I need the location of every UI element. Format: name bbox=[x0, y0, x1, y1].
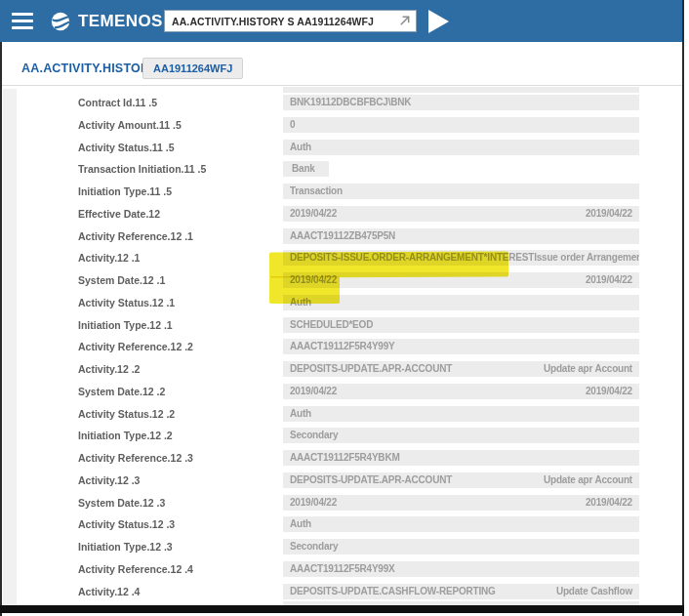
field-label: Activity.12 .4 bbox=[0, 584, 283, 599]
field-value-text: AAACT19112F5R4Y99X bbox=[290, 561, 395, 577]
temenos-logo: TEMENOS bbox=[50, 11, 163, 32]
field-label: Contract Id.11 .5 bbox=[0, 95, 283, 110]
field-row: Initiation Type.12 .1 SCHEDULED*EOD bbox=[0, 317, 689, 333]
field-label: Activity Reference.12 .3 bbox=[0, 450, 283, 466]
field-row: Activity Status.11 .5 Auth bbox=[0, 140, 689, 155]
field-value: DEPOSITS-UPDATE.APR-ACCOUNT Update apr A… bbox=[283, 472, 639, 488]
field-row: Initiation Type.12 .3 Secondary bbox=[0, 539, 689, 554]
menu-icon bbox=[12, 13, 33, 16]
field-value: AAACT19112F5R4Y99X bbox=[283, 561, 639, 577]
field-value-right-text: Update apr Account bbox=[544, 472, 632, 488]
field-row: Activity Reference.12 .2 AAACT19112F5R4Y… bbox=[0, 339, 689, 354]
field-row: Activity Status.12 .1 Auth bbox=[0, 295, 689, 310]
field-value-text: SCHEDULED*EOD bbox=[290, 317, 373, 333]
field-row: Activity.12 .4 DEPOSITS-UPDATE.CASHFLOW-… bbox=[0, 584, 689, 599]
field-value: SCHEDULED*EOD bbox=[283, 317, 639, 333]
app-window: TEMENOS AA.ACTIVITY.HISTORY AA1911264WFJ… bbox=[0, 0, 689, 616]
field-label: Activity Reference.12 .4 bbox=[0, 561, 283, 577]
field-label: Activity Status.12 .3 bbox=[0, 516, 283, 532]
field-value-text: AAACT19112F5R4YBKM bbox=[290, 450, 400, 466]
record-field-table: Contract Id.11 .5 BNK19112DBCBFBCJ\BNK A… bbox=[0, 95, 689, 605]
command-input[interactable] bbox=[165, 16, 396, 27]
field-value-text: Secondary bbox=[290, 428, 338, 443]
field-value: Auth bbox=[283, 140, 639, 155]
window-border-right bbox=[682, 0, 684, 616]
field-value-text: BNK19112DBCBFBCJ\BNK bbox=[290, 95, 411, 110]
field-value-text: Secondary bbox=[290, 539, 338, 554]
field-value: AAACT19112ZB475P5N bbox=[283, 228, 639, 244]
field-label: Initiation Type.12 .2 bbox=[0, 428, 283, 443]
menu-button[interactable] bbox=[12, 13, 33, 29]
menu-icon bbox=[12, 26, 33, 29]
field-value-right-text: Issue order Arrangement bbox=[534, 250, 639, 266]
field-value: 2019/04/22 2019/04/22 bbox=[283, 384, 639, 399]
field-label: Activity Amount.11 .5 bbox=[0, 117, 283, 133]
field-value-text: Bank bbox=[292, 161, 315, 177]
logo-text: TEMENOS bbox=[78, 12, 163, 31]
field-value: AAACT19112F5R4Y99Y bbox=[283, 339, 639, 354]
field-value: 2019/04/22 2019/04/22 bbox=[283, 495, 639, 511]
field-label: System Date.12 .2 bbox=[0, 384, 283, 399]
field-label: Activity.12 .2 bbox=[0, 361, 283, 377]
field-value: Auth bbox=[283, 516, 639, 532]
field-row: Activity Status.12 .3 Auth bbox=[0, 516, 689, 532]
highlight-annotation-activity bbox=[269, 252, 508, 278]
field-value-text: Auth bbox=[290, 140, 311, 155]
field-value-text: DEPOSITS-UPDATE.CASHFLOW-REPORTING bbox=[290, 584, 496, 599]
field-value-text: 2019/04/22 bbox=[290, 495, 337, 511]
field-value-text: 2019/04/22 bbox=[290, 384, 337, 399]
field-value-text: AAACT19112ZB475P5N bbox=[290, 228, 395, 244]
field-label: Activity Reference.12 .1 bbox=[0, 228, 283, 244]
field-value: Bank bbox=[283, 161, 329, 177]
field-value-text: 0 bbox=[290, 117, 295, 133]
field-value-right-text: 2019/04/22 bbox=[586, 272, 632, 288]
field-row: System Date.12 .3 2019/04/22 2019/04/22 bbox=[0, 495, 689, 511]
page-title: AA.ACTIVITY.HISTORY bbox=[21, 62, 157, 75]
field-value-right-text: Update Cashflow bbox=[556, 584, 632, 599]
field-label: Activity Status.12 .1 bbox=[0, 295, 283, 310]
field-label: Initiation Type.11 .5 bbox=[0, 184, 283, 199]
field-row: Initiation Type.11 .5 Transaction bbox=[0, 184, 689, 199]
field-label: System Date.12 .3 bbox=[0, 495, 283, 511]
field-row: Effective Date.12 2019/04/22 2019/04/22 bbox=[0, 206, 689, 222]
field-value: Secondary bbox=[283, 539, 639, 554]
field-value: 2019/04/22 2019/04/22 bbox=[283, 206, 639, 222]
field-value-text: AAACT19112F5R4Y99Y bbox=[290, 339, 395, 354]
partial-row-top bbox=[283, 87, 639, 93]
field-value: DEPOSITS-UPDATE.APR-ACCOUNT Update apr A… bbox=[283, 361, 639, 377]
field-value-text: DEPOSITS-UPDATE.APR-ACCOUNT bbox=[290, 361, 452, 377]
window-border-bottom bbox=[0, 605, 684, 613]
field-label: Transaction Initiation.11 .5 bbox=[0, 161, 283, 177]
field-value-text: Auth bbox=[290, 516, 311, 532]
field-value: 0 bbox=[283, 117, 639, 133]
top-bar: TEMENOS bbox=[0, 0, 684, 42]
highlight-annotation-date bbox=[269, 276, 340, 304]
window-border-left bbox=[0, 42, 2, 616]
field-label: Activity Reference.12 .2 bbox=[0, 339, 283, 354]
field-row: Activity Reference.12 .3 AAACT19112F5R4Y… bbox=[0, 450, 689, 466]
field-label: Initiation Type.12 .3 bbox=[0, 539, 283, 554]
launch-arrow-icon[interactable] bbox=[398, 15, 411, 27]
field-value-text: Auth bbox=[290, 406, 311, 422]
field-value-right-text: 2019/04/22 bbox=[586, 384, 632, 399]
field-label: Activity.12 .3 bbox=[0, 472, 283, 488]
field-value: Secondary bbox=[283, 428, 639, 443]
command-line-box bbox=[164, 10, 417, 32]
field-label: Effective Date.12 bbox=[0, 206, 283, 222]
field-row: Activity.12 .2 DEPOSITS-UPDATE.APR-ACCOU… bbox=[0, 361, 689, 377]
field-row: Activity Reference.12 .4 AAACT19112F5R4Y… bbox=[0, 561, 689, 577]
field-label: Activity Status.12 .2 bbox=[0, 406, 283, 422]
field-row: System Date.12 .2 2019/04/22 2019/04/22 bbox=[0, 384, 689, 399]
field-value-text: Transaction bbox=[290, 184, 343, 199]
field-row: Activity.12 .3 DEPOSITS-UPDATE.APR-ACCOU… bbox=[0, 472, 689, 488]
menu-icon bbox=[12, 20, 33, 22]
field-value-right-text: Update apr Account bbox=[544, 361, 632, 377]
run-button[interactable] bbox=[428, 10, 449, 33]
field-value-text: 2019/04/22 bbox=[290, 206, 337, 222]
field-row: Transaction Initiation.11 .5 Bank bbox=[0, 161, 689, 177]
record-id-badge[interactable]: AA1911264WFJ bbox=[142, 58, 243, 79]
header-divider bbox=[2, 85, 684, 86]
field-value: Transaction bbox=[283, 184, 639, 199]
field-label: Activity.12 .1 bbox=[0, 250, 283, 266]
field-row: Contract Id.11 .5 BNK19112DBCBFBCJ\BNK bbox=[0, 95, 689, 110]
